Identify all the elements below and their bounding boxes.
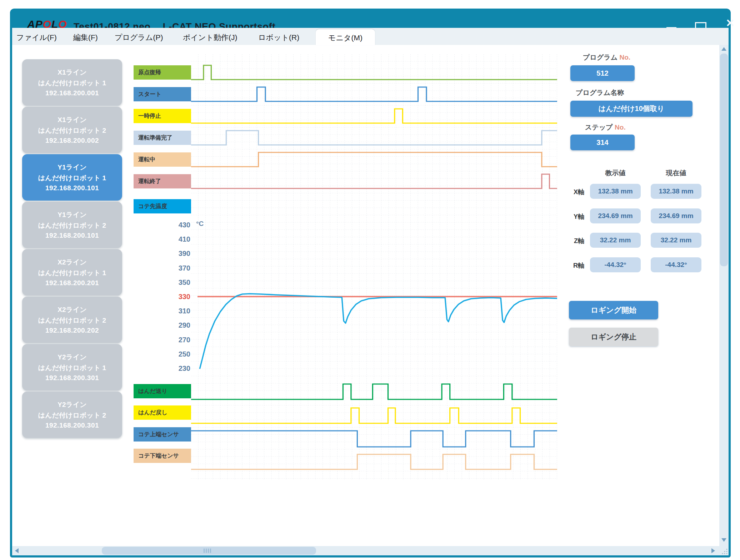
scroll-left-icon[interactable] [15, 548, 19, 553]
axis-current-value: 32.22 mm [651, 233, 701, 248]
axis-current-value: -44.32° [651, 257, 701, 272]
temp-axis-tick: 390 [162, 249, 190, 258]
robot-line-label: Y2ライン [22, 353, 122, 362]
axis-current-value: 234.69 mm [651, 208, 701, 223]
robot-ip-label: 192.168.200.301 [22, 422, 122, 429]
robot-name-label: はんだ付けロボット 1 [22, 268, 122, 278]
temp-axis-tick: 350 [162, 278, 190, 287]
tab-monitor[interactable]: モニタ(M) [316, 29, 375, 45]
signal-chip-6: 運転終了 [134, 174, 191, 188]
robot-ip-label: 192.168.200.001 [22, 89, 122, 97]
application-window: APOLO APOLLO SEIKO Test01-0812.neoL-CAT … [0, 0, 740, 560]
menu-item-4[interactable]: ポイント動作(J) [183, 31, 237, 44]
menu-item-5[interactable]: ロボット(R) [258, 31, 299, 44]
menu-item-3[interactable]: プログラム(P) [115, 31, 163, 44]
robot-select-button[interactable]: Y2ラインはんだ付けロボット 2192.168.200.301 [22, 392, 122, 438]
robot-name-label: はんだ付けロボット 1 [22, 173, 122, 183]
temp-axis-tick: 430 [162, 220, 190, 229]
axis-name-label: X軸 [569, 188, 584, 196]
teach-value-header: 教示値 [590, 168, 641, 178]
signal-chip-3: 一時停止 [134, 109, 191, 123]
robot-line-label: Y2ライン [22, 400, 122, 409]
temp-axis-tick: 290 [162, 321, 190, 330]
robot-line-label: X1ライン [22, 115, 122, 125]
robot-line-label: Y1ライン [22, 210, 122, 220]
robot-name-label: はんだ付けロボット 2 [22, 411, 122, 420]
program-no-label: プログラム No. [583, 53, 630, 62]
signal-chip-bottom-2: はんだ戻し [134, 405, 191, 420]
menu-item-2[interactable]: 編集(F) [73, 31, 98, 44]
step-no-value[interactable]: 314 [570, 135, 635, 150]
signal-chip-bottom-4: コテ下端センサ [134, 449, 191, 463]
current-value-header: 現在値 [651, 168, 701, 178]
scroll-up-icon[interactable] [721, 47, 726, 51]
robot-name-label: はんだ付けロボット 1 [22, 363, 122, 373]
signal-chip-2: スタート [134, 87, 191, 101]
title-bar[interactable]: APOLO APOLLO SEIKO Test01-0812.neoL-CAT … [10, 9, 731, 28]
robot-ip-label: 192.168.200.202 [22, 327, 122, 334]
temp-axis-tick: 230 [162, 364, 190, 373]
signal-chip-1: 原点復帰 [134, 65, 191, 80]
scroll-right-icon[interactable] [711, 548, 715, 553]
scroll-down-icon[interactable] [721, 538, 726, 542]
robot-select-button[interactable]: Y1ラインはんだ付けロボット 1192.168.200.101 [22, 154, 122, 201]
robot-name-label: はんだ付けロボット 1 [22, 79, 122, 88]
robot-ip-label: 192.168.200.002 [22, 137, 122, 145]
program-no-value[interactable]: 512 [570, 65, 635, 81]
robot-name-label: はんだ付けロボット 2 [22, 221, 122, 230]
axis-teach-value: 32.22 mm [590, 233, 641, 248]
step-no-label: ステップ No. [585, 123, 626, 132]
menu-item-1[interactable]: ファイル(F) [16, 31, 57, 44]
temp-axis-tick: 250 [162, 349, 190, 359]
axis-name-label: R軸 [569, 261, 584, 270]
robot-select-button[interactable]: Y2ラインはんだ付けロボット 1192.168.200.301 [22, 344, 122, 390]
robot-select-button[interactable]: X1ラインはんだ付けロボット 2192.168.200.002 [22, 107, 122, 153]
program-name-label: プログラム名称 [576, 88, 624, 97]
temp-axis-tick: 270 [162, 335, 190, 344]
close-icon[interactable]: ✕ [726, 18, 735, 29]
logging-start-button[interactable]: ロギング開始 [569, 301, 658, 319]
resize-grip-icon[interactable] [719, 546, 729, 555]
signal-chip-5: 運転中 [134, 152, 191, 167]
temp-axis-tick: 310 [162, 306, 190, 316]
temp-axis-tick: 370 [162, 263, 190, 273]
signal-chip-4: 運転準備完了 [134, 131, 191, 145]
waveform-plot [191, 54, 557, 480]
scrollbar-grip-icon[interactable] [204, 549, 211, 553]
robot-name-label: はんだ付けロボット 2 [22, 126, 122, 135]
axis-teach-value: -44.32° [590, 257, 641, 272]
robot-select-button[interactable]: X1ラインはんだ付けロボット 1192.168.200.001 [22, 59, 122, 106]
robot-name-label: はんだ付けロボット 2 [22, 316, 122, 325]
temp-axis-tick: 330 [162, 292, 190, 301]
robot-select-button[interactable]: Y1ラインはんだ付けロボット 2192.168.200.101 [22, 202, 122, 248]
robot-ip-label: 192.168.200.101 [22, 184, 122, 192]
axis-teach-value: 132.38 mm [590, 184, 641, 199]
robot-ip-label: 192.168.200.301 [22, 374, 122, 382]
logging-stop-button[interactable]: ロギング停止 [569, 328, 658, 346]
axis-name-label: Z軸 [569, 237, 584, 245]
signal-chip-temperature: コテ先温度 [134, 199, 191, 213]
robot-line-label: Y1ライン [22, 163, 122, 172]
signal-chip-bottom-3: コテ上端センサ [134, 427, 191, 442]
robot-line-label: X2ライン [22, 258, 122, 267]
signal-chip-bottom-1: はんだ送り [134, 384, 191, 398]
temp-axis-tick: 410 [162, 234, 190, 244]
axis-current-value: 132.38 mm [651, 184, 701, 199]
robot-select-button[interactable]: X2ラインはんだ付けロボット 2192.168.200.202 [22, 297, 122, 343]
axis-name-label: Y軸 [569, 212, 584, 221]
robot-select-button[interactable]: X2ラインはんだ付けロボット 1192.168.200.201 [22, 249, 122, 296]
robot-line-label: X1ライン [22, 68, 122, 77]
robot-ip-label: 192.168.200.201 [22, 279, 122, 287]
axis-teach-value: 234.69 mm [590, 208, 641, 223]
robot-ip-label: 192.168.200.101 [22, 232, 122, 239]
vertical-scrollbar-thumb[interactable] [720, 54, 728, 266]
robot-line-label: X2ライン [22, 305, 122, 314]
program-name-value[interactable]: はんだ付け10個取り [570, 101, 692, 117]
